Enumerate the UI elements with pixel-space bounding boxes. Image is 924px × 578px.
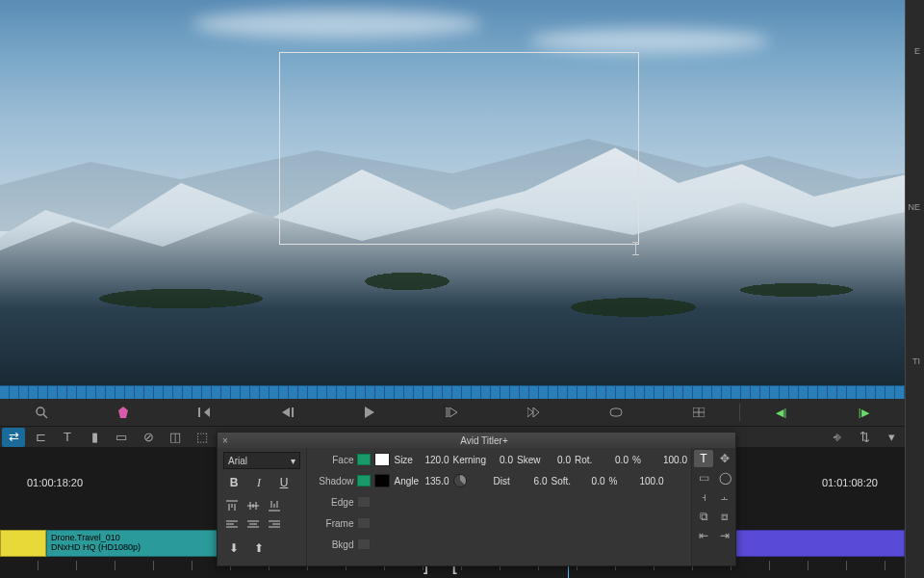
overwrite-button[interactable]: ▭ <box>110 428 133 447</box>
svg-rect-3 <box>693 407 705 417</box>
group-button[interactable]: ⧉ <box>694 508 713 525</box>
align-left-button[interactable] <box>223 517 241 533</box>
angle-label: Angle <box>394 476 421 486</box>
grid-button[interactable] <box>657 399 739 426</box>
dist-value[interactable]: 6.0 <box>525 476 548 486</box>
face-label: Face <box>311 455 353 465</box>
dist-label: Dist <box>494 476 521 486</box>
rot-label: Rot. <box>575 455 602 465</box>
extract-button[interactable]: ⊘ <box>137 428 160 447</box>
angle-dial[interactable] <box>453 474 467 487</box>
kerning-label: Kerning <box>453 455 486 465</box>
frame-toggle[interactable] <box>357 517 371 529</box>
bkgd-toggle[interactable] <box>357 539 371 550</box>
shadow-label: Shadow <box>311 476 353 486</box>
opacity-label: % <box>609 476 636 486</box>
chevron-down-icon[interactable]: ▾ <box>880 428 903 447</box>
svg-rect-2 <box>610 408 622 416</box>
soft-label: Soft. <box>552 476 578 486</box>
kerning-value[interactable]: 0.0 <box>490 455 513 465</box>
align-bottom-button[interactable] <box>266 498 283 513</box>
face-toggle[interactable] <box>357 454 371 465</box>
font-family-select[interactable]: Arial ▾ <box>223 452 300 469</box>
close-button[interactable]: × <box>218 435 233 446</box>
move-tool-button[interactable]: ✥ <box>715 450 734 467</box>
segment-mode-button[interactable]: ⇄ <box>2 428 25 447</box>
effect-button[interactable]: ⬚ <box>191 428 214 447</box>
shadow-toggle[interactable] <box>357 475 371 486</box>
face-row: Face Size 120.0 Kerning 0.0 Skew 0.0 Rot… <box>311 450 687 469</box>
opacity-label: % <box>632 455 659 465</box>
titler-text-controls: Arial ▾ B I U ⬇ ⬆ <box>218 448 307 565</box>
face-color-swatch[interactable] <box>374 453 390 466</box>
title-bounding-box[interactable] <box>279 52 639 245</box>
timecode-out[interactable]: 01:01:08:20 <box>822 477 878 488</box>
align-top-button[interactable] <box>223 498 241 513</box>
rectangle-tool-button[interactable]: ▭ <box>694 469 713 486</box>
layer-down-button[interactable]: ⬇ <box>225 540 243 556</box>
size-value[interactable]: 120.0 <box>424 455 449 465</box>
link-button[interactable]: ⎆ <box>826 428 849 447</box>
distribute-v-button[interactable]: ⫠ <box>715 488 734 506</box>
bkgd-label: Bkgd <box>311 539 353 550</box>
right-panel-label: TI <box>912 356 920 366</box>
edge-label: Edge <box>311 497 353 508</box>
angle-value[interactable]: 135.0 <box>424 476 449 486</box>
soft-value[interactable]: 0.0 <box>582 476 605 486</box>
shadow-row: Shadow Angle 135.0 Dist 6.0 Soft. 0.0 % … <box>311 471 687 490</box>
skew-label: Skew <box>517 455 544 465</box>
titler-header[interactable]: × Avid Titler+ <box>218 433 735 448</box>
zoom-button[interactable] <box>0 399 82 426</box>
play-button[interactable] <box>328 399 410 426</box>
ellipse-tool-button[interactable]: ◯ <box>715 469 734 486</box>
skew-value[interactable]: 0.0 <box>548 455 571 465</box>
scrubber-ticks <box>0 386 905 399</box>
text-tool-button[interactable]: T <box>694 450 713 467</box>
face-opacity-value[interactable]: 100.0 <box>663 455 687 465</box>
next-button[interactable]: ⇥ <box>715 527 734 544</box>
frame-label: Frame <box>311 518 353 529</box>
right-panel-label: E <box>914 46 920 56</box>
mark-in-button[interactable]: ◀| <box>740 399 822 426</box>
play-forward-button[interactable] <box>411 399 493 426</box>
layer-up-button[interactable]: ⬆ <box>250 540 268 556</box>
sync-button[interactable]: ⇅ <box>853 428 876 447</box>
rot-value[interactable]: 0.0 <box>605 455 629 465</box>
underline-button[interactable]: U <box>275 475 293 490</box>
shadow-opacity-value[interactable]: 100.0 <box>640 476 664 486</box>
step-back-button[interactable] <box>165 399 246 426</box>
ungroup-button[interactable]: ⧈ <box>715 508 734 525</box>
timecode-in[interactable]: 01:00:18:20 <box>27 477 83 488</box>
splice-button[interactable]: ▮ <box>83 428 106 447</box>
titler-tool-palette: T ✥ ▭ ◯ ⫞ ⫠ ⧉ ⧈ ⇤ ⇥ <box>691 448 735 565</box>
text-cursor-icon <box>632 242 640 255</box>
svg-point-0 <box>37 407 44 415</box>
edge-toggle[interactable] <box>357 496 371 508</box>
clip-filler[interactable] <box>0 530 46 557</box>
shadow-color-swatch[interactable] <box>374 474 390 487</box>
marker-button[interactable] <box>82 399 164 426</box>
step-forward-button[interactable] <box>493 399 575 426</box>
bold-button[interactable]: B <box>225 475 243 490</box>
loop-button[interactable] <box>576 399 657 426</box>
position-bar[interactable] <box>0 385 905 399</box>
program-monitor[interactable] <box>0 0 905 385</box>
svg-line-1 <box>43 414 47 418</box>
lift-button[interactable]: ⊏ <box>29 428 52 447</box>
italic-button[interactable]: I <box>250 475 268 490</box>
trim-button[interactable]: ◫ <box>164 428 187 447</box>
align-right-button[interactable] <box>266 517 283 533</box>
transport-bar: ◀| |▶ <box>0 399 905 426</box>
titler-properties: Face Size 120.0 Kerning 0.0 Skew 0.0 Rot… <box>307 448 691 565</box>
distribute-h-button[interactable]: ⫞ <box>694 488 713 506</box>
font-family-value: Arial <box>228 456 247 466</box>
prev-button[interactable]: ⇤ <box>694 527 713 544</box>
decorative-cloud <box>192 10 481 39</box>
right-panel-label: NE <box>908 202 920 212</box>
align-middle-button[interactable] <box>244 498 262 513</box>
text-tool-button[interactable]: T <box>56 428 79 447</box>
right-panel: E NE TI <box>905 0 924 578</box>
align-center-button[interactable] <box>244 517 262 533</box>
play-reverse-button[interactable] <box>246 399 328 426</box>
mark-out-button[interactable]: |▶ <box>823 399 905 426</box>
